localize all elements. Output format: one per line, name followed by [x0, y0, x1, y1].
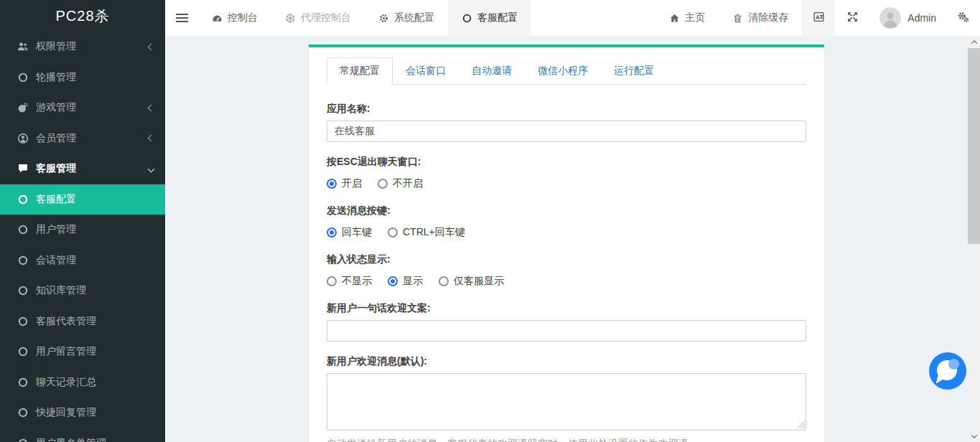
language-button[interactable]: [802, 0, 836, 36]
nav-item-dashboard[interactable]: 控制台: [198, 0, 271, 36]
chevron-down-icon: [971, 432, 976, 438]
tab-session-window[interactable]: 会话窗口: [393, 57, 459, 85]
sidebar-item-user-mgmt[interactable]: 用户管理: [0, 215, 165, 245]
settings-button[interactable]: [946, 0, 980, 36]
radio-option-on[interactable]: 开启: [327, 177, 362, 190]
circle-icon: [17, 346, 29, 357]
app-name-input[interactable]: [327, 121, 806, 142]
nav-item-label: 系统配置: [394, 11, 434, 24]
avatar: [879, 7, 901, 29]
welcome-msg-label: 新用户欢迎消息(默认):: [327, 355, 806, 367]
sidebar-toggle-button[interactable]: [165, 0, 198, 36]
circle-icon: [17, 255, 29, 266]
fullscreen-icon: [846, 11, 859, 25]
sidebar-item-user-messages[interactable]: 用户留言管理: [0, 337, 165, 367]
sidebar-item-label: 聊天记录汇总: [36, 376, 96, 389]
tab-label: 常规配置: [340, 65, 380, 76]
chat-widget-button[interactable]: [929, 352, 966, 390]
circle-icon: [17, 377, 29, 388]
sidebar-item-label: 会话管理: [36, 254, 76, 267]
tab-label: 会话窗口: [406, 65, 446, 76]
typing-status-label: 输入状态显示:: [327, 253, 806, 265]
radio-option-agent-only[interactable]: 仅客服显示: [439, 275, 504, 288]
users-icon: [17, 41, 29, 52]
radio-option-hide[interactable]: 不显示: [327, 275, 372, 288]
sidebar-item-knowledge-base[interactable]: 知识库管理: [0, 276, 165, 306]
sidebar-item-cs-agents[interactable]: 客服代表管理: [0, 306, 165, 337]
app-logo[interactable]: PC28杀: [0, 0, 165, 32]
tab-bar: 常规配置 会话窗口 自动邀请 微信小程序 运行配置: [327, 57, 806, 85]
sidebar-item-chat-logs[interactable]: 聊天记录汇总: [0, 367, 165, 398]
sidebar-item-label: 权限管理: [36, 40, 76, 53]
welcome-msg-textarea[interactable]: [327, 373, 806, 431]
fullscreen-button[interactable]: [836, 0, 869, 36]
tab-wechat-miniprogram[interactable]: 微信小程序: [525, 57, 601, 85]
dashboard-icon: [212, 13, 223, 24]
tab-general-config[interactable]: 常规配置: [327, 57, 393, 85]
radio-option-off[interactable]: 不开启: [378, 177, 423, 190]
username: Admin: [907, 12, 936, 24]
sidebar-item-carousel[interactable]: 轮播管理: [0, 62, 165, 93]
circle-icon: [17, 224, 29, 235]
circle-icon: [17, 438, 29, 442]
nav-item-label: 客服配置: [477, 11, 518, 24]
user-menu[interactable]: Admin: [869, 0, 946, 36]
nav-item-cs-config[interactable]: 客服配置: [448, 0, 531, 36]
sidebar-menu: 权限管理 轮播管理 游戏管理 会员管理 客服管理 客服配置: [0, 32, 165, 442]
sidebar-item-label: 轮播管理: [36, 71, 76, 84]
sidebar-item-games[interactable]: 游戏管理: [0, 93, 165, 123]
radio-icon: [388, 227, 398, 238]
sidebar-item-members[interactable]: 会员管理: [0, 123, 165, 154]
sidebar-item-quick-replies[interactable]: 快捷回复管理: [0, 398, 165, 428]
radio-option-enter[interactable]: 回车键: [327, 226, 372, 239]
chat-bubble-corner: [948, 359, 959, 370]
circle-icon: [17, 194, 29, 205]
scrollbar-thumb[interactable]: [968, 48, 980, 244]
welcome-text-input[interactable]: [327, 320, 806, 342]
cogs-icon: [957, 11, 969, 25]
chevron-left-icon: [148, 135, 155, 142]
chat-bubble-tail: [936, 375, 946, 385]
tab-label: 微信小程序: [538, 65, 588, 76]
nav-item-label: 控制台: [228, 11, 258, 24]
gear-icon: [378, 13, 389, 24]
sidebar-item-label: 用户黑名单管理: [36, 437, 106, 442]
tab-runtime-config[interactable]: 运行配置: [601, 57, 667, 85]
chevron-left-icon: [148, 104, 155, 111]
tab-auto-invite[interactable]: 自动邀请: [459, 57, 525, 85]
radio-label: 开启: [342, 177, 362, 190]
topbar-right: 主页 清除缓存 Admin: [655, 0, 980, 36]
bars-icon: [176, 11, 188, 24]
radio-icon: [327, 276, 337, 286]
vertical-scrollbar: [968, 36, 980, 442]
sidebar-item-session-mgmt[interactable]: 会话管理: [0, 245, 165, 276]
circle-icon: [462, 13, 472, 24]
radio-option-ctrl-enter[interactable]: CTRL+回车键: [388, 226, 465, 239]
home-label: 主页: [685, 11, 705, 24]
esc-exit-radio-group: 开启 不开启: [327, 177, 806, 191]
config-panel: 常规配置 会话窗口 自动邀请 微信小程序 运行配置 应用名称: 按ESC退出聊天…: [309, 44, 824, 442]
radio-label: 仅客服显示: [454, 275, 504, 288]
home-link[interactable]: 主页: [655, 0, 719, 36]
welcome-msg-wrap: [327, 373, 806, 431]
sidebar-item-user-blacklist[interactable]: 用户黑名单管理: [0, 428, 165, 442]
comment-icon: [17, 163, 29, 174]
sidebar-item-cs-config[interactable]: 客服配置: [0, 184, 165, 215]
sidebar-item-label: 游戏管理: [36, 101, 76, 114]
nav-item-agent-console[interactable]: 代理控制台: [271, 0, 365, 36]
radio-option-show[interactable]: 显示: [388, 275, 423, 288]
nav-item-system-config[interactable]: 系统配置: [365, 0, 448, 36]
sidebar-item-label: 会员管理: [36, 132, 76, 145]
radio-label: 不显示: [342, 275, 372, 288]
radio-icon: [327, 179, 337, 189]
sidebar-item-permissions[interactable]: 权限管理: [0, 32, 165, 62]
sidebar-item-customer-service[interactable]: 客服管理: [0, 154, 165, 184]
send-key-radio-group: 回车键 CTRL+回车键: [327, 225, 806, 240]
scroll-up-button[interactable]: [968, 36, 980, 48]
radio-icon: [327, 227, 337, 238]
trash-icon: [732, 13, 743, 24]
clear-cache-button[interactable]: 清除缓存: [719, 0, 802, 36]
welcome-msg-help: 自动发送给新用户的消息，客服代表的欢迎语留空时，使用此处设置的作为欢迎语: [327, 437, 806, 442]
welcome-text-label: 新用户一句话欢迎文案:: [327, 302, 806, 314]
scroll-down-button[interactable]: [968, 430, 980, 442]
